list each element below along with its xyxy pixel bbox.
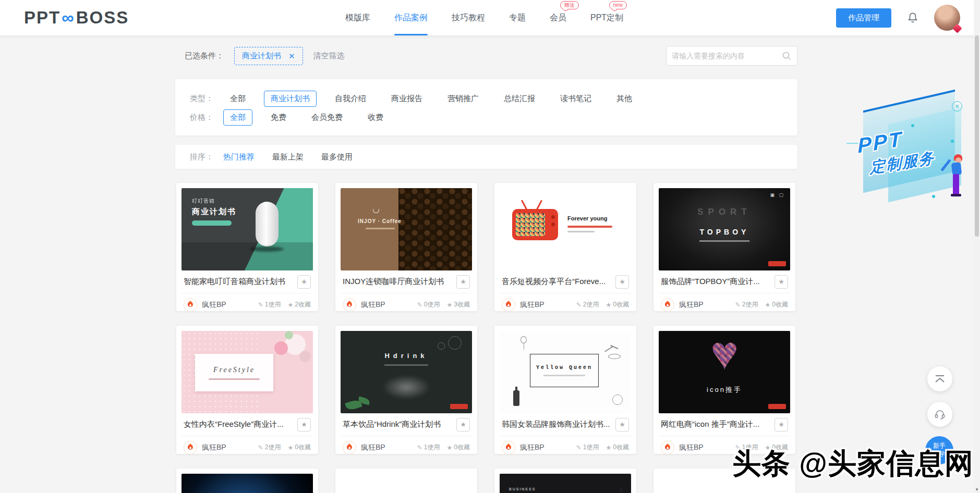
card-title[interactable]: 女性内衣“FreeStyle”商业计... <box>184 420 284 429</box>
nav-tutorials[interactable]: 技巧教程 <box>452 0 485 35</box>
price-free[interactable]: 免费 <box>264 109 293 126</box>
price-label: 价格： <box>190 113 223 122</box>
publisher-logo <box>768 404 786 409</box>
template-card: Hdrink 草本饮品“Hdrink”商业计划书★ 疯狂BP ✎1使用 ★0收藏 <box>335 326 477 454</box>
card-author[interactable]: 疯狂BP <box>202 443 226 452</box>
template-card: Forever young 音乐短视频分享平台“Foreve...★ 疯狂BP … <box>494 183 636 311</box>
notification-bell-icon[interactable] <box>906 11 919 24</box>
card-author[interactable]: 疯狂BP <box>679 300 704 310</box>
tag-close-icon[interactable]: ✕ <box>288 52 295 60</box>
author-flame-icon <box>661 441 674 454</box>
author-flame-icon <box>343 441 356 454</box>
card-thumbnail[interactable] <box>341 474 472 493</box>
sort-hot[interactable]: 热门推荐 <box>223 152 255 162</box>
customer-service-button[interactable] <box>927 402 952 427</box>
card-title[interactable]: 韩国女装品牌服饰商业计划书... <box>502 420 610 429</box>
card-author[interactable]: 疯狂BP <box>202 300 226 310</box>
use-pencil-icon: ✎ <box>258 301 263 309</box>
type-business-plan[interactable]: 商业计划书 <box>264 91 317 107</box>
card-thumbnail[interactable] <box>182 474 313 493</box>
search-box <box>666 46 797 66</box>
cards-grid: 叮叮音箱 商业计划书 智能家电叮叮音箱商业计划书★ 疯狂BP ✎1使用 ★2收藏 <box>176 183 807 493</box>
infinity-icon: ∞ <box>62 8 75 28</box>
favorite-button[interactable]: ★ <box>615 418 629 432</box>
card-title[interactable]: 服饰品牌“TOPBOY”商业计... <box>661 277 760 287</box>
watermark: 头条 @头家信息网 <box>732 445 974 483</box>
favorite-button[interactable]: ★ <box>775 275 788 289</box>
manage-works-button[interactable]: 作品管理 <box>836 8 891 28</box>
favorite-button[interactable]: ★ <box>297 418 311 432</box>
card-author[interactable]: 疯狂BP <box>679 443 704 452</box>
card-thumbnail[interactable]: Forever young <box>500 188 631 270</box>
card-title[interactable]: 智能家电叮叮音箱商业计划书 <box>184 277 285 287</box>
scrollbar: ▾ <box>974 0 980 493</box>
card-title[interactable]: 音乐短视频分享平台“Foreve... <box>502 277 606 287</box>
card-thumbnail[interactable]: ♥ icon推手 <box>659 331 790 413</box>
user-avatar[interactable] <box>934 5 960 31</box>
selected-label: 已选条件： <box>185 51 224 61</box>
nav-topics[interactable]: 专题 <box>509 0 526 35</box>
template-card <box>335 469 477 493</box>
nav-membership[interactable]: 会员 赠送 <box>550 0 566 35</box>
card-author[interactable]: 疯狂BP <box>361 443 385 452</box>
type-business-report[interactable]: 商业报告 <box>384 91 429 107</box>
clear-filters-link[interactable]: 清空筛选 <box>313 51 345 61</box>
smoke-graphic <box>381 375 431 400</box>
coffee-cup-icon <box>373 209 379 213</box>
nav-works[interactable]: 作品案例 <box>394 0 428 35</box>
template-card <box>176 469 318 493</box>
type-all[interactable]: 全部 <box>223 91 252 107</box>
promo-close-icon[interactable]: ✕ <box>952 101 962 112</box>
vip-gem-icon <box>952 23 962 33</box>
favorite-button[interactable]: ★ <box>456 418 470 432</box>
type-summary[interactable]: 总结汇报 <box>497 91 542 107</box>
card-thumbnail[interactable]: Yellow Queen <box>500 331 631 413</box>
search-input[interactable] <box>672 52 781 60</box>
template-card: ♥ icon推手 网红电商“icon 推手”商业计...★ 疯狂BP ✎1使用 … <box>654 326 795 454</box>
card-author[interactable]: 疯狂BP <box>520 300 545 310</box>
card-title[interactable]: 网红电商“icon 推手”商业计... <box>661 420 759 429</box>
logo[interactable]: PPT ∞ BOSS <box>24 8 129 28</box>
author-flame-icon <box>502 441 515 454</box>
card-thumbnail[interactable]: Hdrink <box>341 331 472 413</box>
card-author[interactable]: 疯狂BP <box>520 443 545 452</box>
sort-most-used[interactable]: 最多使用 <box>321 152 353 162</box>
type-label: 类型： <box>190 94 223 104</box>
card-thumbnail[interactable]: 叮叮音箱 商业计划书 <box>182 188 313 270</box>
card-thumbnail[interactable]: ▣ ▢ SPORT TOPBOY <box>659 188 790 270</box>
card-thumbnail[interactable]: BUSINESS PLAN ⋮ <box>500 474 631 493</box>
favorite-button[interactable]: ★ <box>297 275 311 289</box>
card-title[interactable]: 草本饮品“Hdrink”商业计划书 <box>343 420 441 429</box>
card-thumbnail[interactable]: FreeStyle <box>182 331 313 413</box>
price-paid[interactable]: 收费 <box>361 109 390 126</box>
scrollbar-down-arrow[interactable]: ▾ <box>974 487 980 492</box>
selected-tag[interactable]: 商业计划书 ✕ <box>234 47 303 65</box>
nav-templates[interactable]: 模版库 <box>345 0 370 35</box>
card-thumbnail[interactable]: INJOY · Coffee <box>341 188 472 270</box>
type-other[interactable]: 其他 <box>610 91 639 107</box>
type-reading-notes[interactable]: 读书笔记 <box>553 91 598 107</box>
new-badge: new <box>609 1 627 9</box>
template-card: INJOY · Coffee INJOY连锁咖啡厅商业计划书★ 疯狂BP ✎0使… <box>335 183 477 311</box>
search-icon[interactable] <box>781 51 792 61</box>
type-self-intro[interactable]: 自我介绍 <box>328 91 373 107</box>
favorite-button[interactable]: ★ <box>456 275 470 289</box>
sort-newest[interactable]: 最新上架 <box>272 152 304 162</box>
type-marketing[interactable]: 营销推广 <box>441 91 486 107</box>
bottle-sketch <box>513 390 519 406</box>
price-filter-row: 价格： 全部 免费 会员免费 收费 <box>190 109 783 126</box>
favorite-button[interactable]: ★ <box>775 418 788 432</box>
card-title[interactable]: INJOY连锁咖啡厅商业计划书 <box>343 277 444 287</box>
ppt-custom-service-banner[interactable]: PPT 定制服务 ✕ <box>854 93 972 207</box>
favorite-button[interactable]: ★ <box>615 275 629 289</box>
template-card: Yellow Queen 韩国女装品牌服饰商业计划书...★ 疯狂BP ✎1使用… <box>494 326 636 454</box>
page: PPT ∞ BOSS 模版库 作品案例 技巧教程 专题 会员 赠送 PPT定制 … <box>0 0 980 493</box>
price-all[interactable]: 全部 <box>223 109 252 126</box>
card-author[interactable]: 疯狂BP <box>361 300 385 310</box>
template-card: BUSINESS PLAN ⋮ <box>494 469 636 493</box>
nav-ppt-custom[interactable]: PPT定制 new <box>590 0 623 35</box>
author-flame-icon <box>343 298 356 312</box>
price-member-free[interactable]: 会员免费 <box>305 109 349 126</box>
scrollbar-thumb[interactable] <box>975 35 979 237</box>
back-to-top-button[interactable] <box>927 366 952 391</box>
